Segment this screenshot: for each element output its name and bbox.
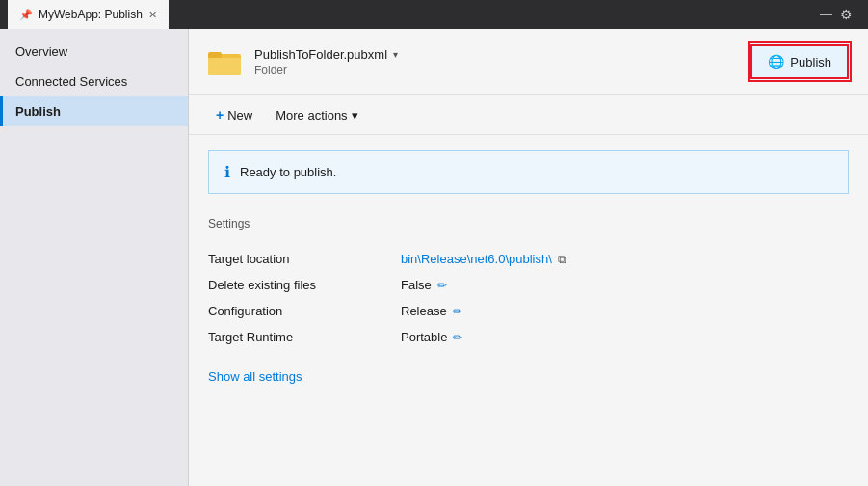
value-configuration: Release ✏ bbox=[401, 304, 462, 318]
label-target-runtime: Target Runtime bbox=[208, 330, 401, 344]
content-area: Overview Connected Services Publish bbox=[0, 29, 868, 486]
label-delete-existing: Delete existing files bbox=[208, 278, 401, 292]
label-target-location: Target location bbox=[208, 252, 401, 266]
sidebar-item-connected-services[interactable]: Connected Services bbox=[0, 67, 188, 96]
value-delete-existing: False ✏ bbox=[401, 278, 447, 292]
toolbar: + New More actions ▾ bbox=[189, 95, 868, 135]
minimize-icon[interactable]: — bbox=[820, 7, 832, 22]
profile-type: Folder bbox=[254, 64, 398, 77]
settings-section: Settings Target location bin\Release\net… bbox=[189, 209, 868, 399]
label-configuration: Configuration bbox=[208, 304, 401, 318]
sidebar-item-overview[interactable]: Overview bbox=[0, 37, 188, 67]
sidebar-item-publish[interactable]: Publish bbox=[0, 96, 188, 126]
target-location-value: bin\Release\net6.0\publish\ bbox=[401, 252, 552, 266]
value-target-runtime: Portable ✏ bbox=[401, 330, 462, 344]
tab-title: MyWebApp: Publish bbox=[39, 8, 143, 21]
copy-icon[interactable]: ⧉ bbox=[558, 253, 566, 266]
profile-dropdown-arrow[interactable]: ▾ bbox=[393, 49, 398, 60]
settings-row-delete-existing: Delete existing files False ✏ bbox=[208, 272, 849, 298]
profile-info: PublishToFolder.pubxml ▾ Folder bbox=[208, 46, 398, 77]
info-box: ℹ Ready to publish. bbox=[208, 150, 849, 194]
settings-row-target-location: Target location bin\Release\net6.0\publi… bbox=[208, 246, 849, 272]
profile-name-text: PublishToFolder.pubxml bbox=[254, 47, 387, 62]
sidebar: Overview Connected Services Publish bbox=[0, 29, 189, 486]
profile-name-row[interactable]: PublishToFolder.pubxml ▾ bbox=[254, 47, 398, 62]
document-tab[interactable]: 📌 MyWebApp: Publish ✕ bbox=[8, 0, 169, 29]
settings-table: Target location bin\Release\net6.0\publi… bbox=[208, 246, 849, 350]
tab-pin-icon[interactable]: 📌 bbox=[19, 9, 33, 21]
show-all-settings-link[interactable]: Show all settings bbox=[208, 369, 302, 384]
settings-row-target-runtime: Target Runtime Portable ✏ bbox=[208, 324, 849, 350]
info-circle-icon: ℹ bbox=[224, 163, 230, 181]
delete-existing-value: False bbox=[401, 278, 432, 292]
edit-icon-delete[interactable]: ✏ bbox=[437, 279, 447, 292]
settings-row-configuration: Configuration Release ✏ bbox=[208, 298, 849, 324]
settings-title: Settings bbox=[208, 217, 849, 230]
new-button[interactable]: + New bbox=[208, 103, 260, 126]
svg-rect-2 bbox=[208, 52, 222, 58]
main-window: Overview Connected Services Publish bbox=[0, 29, 868, 486]
target-runtime-value: Portable bbox=[401, 330, 447, 344]
profile-header: PublishToFolder.pubxml ▾ Folder 🌐 Publis… bbox=[189, 29, 868, 95]
svg-rect-1 bbox=[208, 58, 241, 75]
configuration-value: Release bbox=[401, 304, 447, 318]
more-actions-label: More actions bbox=[276, 108, 347, 122]
publish-button-label: Publish bbox=[790, 55, 831, 69]
main-panel: PublishToFolder.pubxml ▾ Folder 🌐 Publis… bbox=[189, 29, 868, 486]
settings-icon[interactable]: ⚙ bbox=[840, 7, 853, 22]
folder-icon bbox=[208, 46, 243, 77]
edit-icon-configuration[interactable]: ✏ bbox=[453, 305, 462, 318]
more-actions-arrow-icon: ▾ bbox=[352, 108, 358, 122]
new-plus-icon: + bbox=[216, 107, 224, 122]
tab-close-icon[interactable]: ✕ bbox=[148, 9, 157, 21]
publish-globe-icon: 🌐 bbox=[768, 54, 784, 69]
value-target-location: bin\Release\net6.0\publish\ ⧉ bbox=[401, 252, 566, 266]
publish-button[interactable]: 🌐 Publish bbox=[750, 44, 849, 79]
profile-details: PublishToFolder.pubxml ▾ Folder bbox=[254, 47, 398, 77]
title-bar: 📌 MyWebApp: Publish ✕ — ⚙ bbox=[0, 0, 868, 29]
new-label: New bbox=[227, 108, 252, 122]
more-actions-button[interactable]: More actions ▾ bbox=[268, 104, 365, 126]
edit-icon-runtime[interactable]: ✏ bbox=[453, 331, 462, 344]
info-message: Ready to publish. bbox=[240, 165, 336, 179]
